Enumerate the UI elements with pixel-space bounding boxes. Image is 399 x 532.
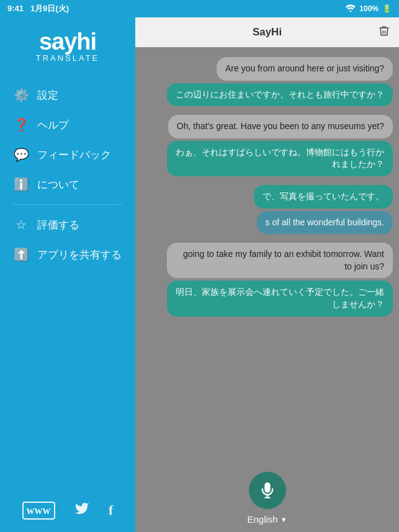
top-bar: SayHi [135,17,399,47]
chat-area[interactable]: Are you from around here or just visitin… [135,47,399,464]
wifi-icon [346,4,356,14]
msg-japanese-1: この辺りにお住まいですか、それとも旅行中ですか？ [167,83,393,107]
sidebar-item-share[interactable]: ⬆️ アプリを共有する [0,240,135,269]
app-name: sayhi [12,30,123,53]
msg-japanese-2: わぁ、それはすばらしいですね。博物館にはもう行かれましたか？ [167,141,393,176]
share-icon: ⬆️ [14,247,29,262]
facebook-icon[interactable]: f [109,502,113,518]
language-selector[interactable]: English ▼ [247,514,287,525]
feedback-label: フィードバック [37,148,111,162]
rate-icon: ☆ [14,217,29,232]
msg-english-3: s of all the wonderful buildings. [257,211,393,235]
help-icon: ❓ [14,117,29,132]
www-icon[interactable]: www [22,502,55,520]
app-subtitle: TRANSLATE [12,53,123,63]
chat-group-3: で、写真を撮っていたんです。 s of all the wonderful bu… [141,185,393,234]
language-label: English [247,514,277,525]
chat-group-4: going to take my family to an exhibit to… [141,243,393,316]
msg-english-4: going to take my family to an exhibit to… [167,243,393,278]
chat-group-1: Are you from around here or just visitin… [141,57,393,106]
sidebar-item-settings[interactable]: ⚙️ 設定 [0,80,135,110]
chat-title: SayHi [253,26,282,38]
battery-status: 100% [359,4,379,13]
sidebar-item-rate[interactable]: ☆ 評価する [0,210,135,240]
msg-english-1: Are you from around here or just visitin… [217,57,393,81]
sidebar-divider [12,204,123,205]
right-panel: SayHi Are you from around here or just v… [135,17,399,532]
mic-button[interactable] [249,472,286,509]
app-logo: sayhi TRANSLATE [0,17,135,75]
battery-icon: 🔋 [382,4,392,13]
delete-button[interactable] [378,24,390,41]
settings-label: 設定 [37,88,58,102]
sidebar-item-about[interactable]: ℹ️ について [0,169,135,199]
msg-japanese-3: で、写真を撮っていたんです。 [254,185,393,209]
sidebar-item-help[interactable]: ❓ ヘルプ [0,110,135,140]
status-bar: 9:41 1月9日(火) 100% 🔋 [0,0,399,17]
chat-group-2: Oh, that's great. Have you been to any m… [141,115,393,176]
help-label: ヘルプ [37,118,69,132]
status-icons: 100% 🔋 [346,4,392,14]
settings-icon: ⚙️ [14,88,29,102]
twitter-icon[interactable] [74,501,89,520]
status-time: 9:41 1月9日(火) [7,3,69,14]
share-label: アプリを共有する [37,248,122,262]
sidebar-menu: ⚙️ 設定 ❓ ヘルプ 💬 フィードバック ℹ️ について ☆ 評価する ⬆️ [0,75,135,491]
about-label: について [37,178,79,192]
svg-point-0 [350,10,352,11]
language-dropdown-arrow: ▼ [280,516,287,523]
rate-label: 評価する [37,218,79,232]
sidebar-footer: www f [0,491,135,532]
bottom-area: English ▼ [135,464,399,532]
about-icon: ℹ️ [14,177,29,192]
sidebar: sayhi TRANSLATE ⚙️ 設定 ❓ ヘルプ 💬 フィードバック ℹ️… [0,17,135,532]
msg-english-2: Oh, that's great. Have you been to any m… [168,115,393,138]
sidebar-item-feedback[interactable]: 💬 フィードバック [0,140,135,169]
feedback-icon: 💬 [14,147,29,162]
msg-japanese-4: 明日、家族を展示会へ連れていく予定でした。ご一緒しませんか？ [167,281,393,316]
